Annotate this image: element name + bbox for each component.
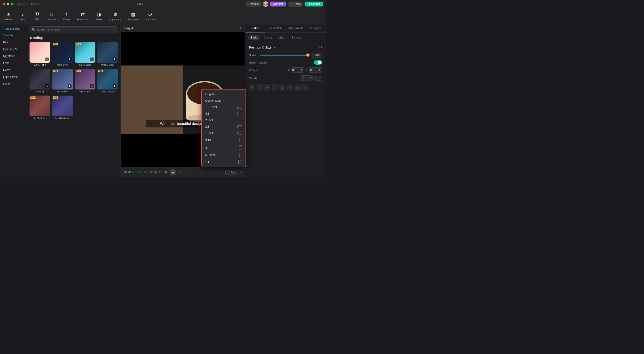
uniform-scale-toggle[interactable] bbox=[314, 60, 322, 65]
rotate-down-spinner[interactable]: ▼ bbox=[310, 78, 312, 80]
sidebar-item-glitch[interactable]: Glitch bbox=[0, 80, 26, 87]
toolbar-effects[interactable]: ✦ Effects bbox=[60, 10, 73, 22]
effect-item-5[interactable]: ⬇ Fade In bbox=[30, 69, 50, 94]
align-right-icon[interactable]: ⇥ bbox=[264, 84, 270, 91]
search-input[interactable] bbox=[30, 27, 118, 33]
effect-item-4[interactable]: ⬇ Horiz...l Open bbox=[97, 42, 118, 67]
wide3-icon bbox=[238, 132, 242, 135]
toolbar-filters[interactable]: ◑ Filters bbox=[92, 10, 106, 22]
scale-slider-fill bbox=[260, 55, 309, 56]
rotate-input[interactable]: 0° ▲ ▼ bbox=[300, 75, 314, 81]
player-menu-icon[interactable]: ≡ bbox=[240, 27, 242, 30]
effect-thumbnail-3: Pro ⬇ bbox=[75, 42, 96, 63]
tab-video[interactable]: Video bbox=[245, 24, 266, 33]
join-pro-button[interactable]: Join Pro bbox=[270, 2, 286, 7]
tab-adjustment[interactable]: Adjustment bbox=[286, 24, 306, 33]
toolbar-text[interactable]: TI Text bbox=[30, 11, 44, 22]
aspect-option-9-16[interactable]: 9:16 bbox=[202, 136, 246, 144]
sidebar-item-nightclub[interactable]: Nightclub bbox=[0, 53, 26, 60]
subtab-mask[interactable]: Mask bbox=[276, 35, 288, 40]
avatar[interactable]: A…0 bbox=[263, 1, 268, 7]
export-button[interactable]: ⬆ Export bbox=[305, 2, 323, 7]
effect-thumbnail-4: ⬇ bbox=[97, 42, 118, 63]
download-icon-5: ⬇ bbox=[45, 84, 49, 88]
window-title: 0508 bbox=[138, 2, 144, 6]
subtab-enhance[interactable]: Enhance bbox=[289, 35, 305, 40]
effect-item-9[interactable]: Pro Pro Flash Blur bbox=[30, 96, 50, 121]
aspect-option-1-85-1[interactable]: 1.85:1 bbox=[202, 130, 246, 136]
aspect-option-customized[interactable]: Customized bbox=[202, 97, 246, 104]
aspect-option-2-1[interactable]: 2:1 bbox=[202, 123, 246, 130]
aspect-ratio-button[interactable]: 16:9 ▼ bbox=[226, 170, 238, 175]
tab-animation[interactable]: Animation bbox=[266, 24, 286, 33]
sidebar-item-opening[interactable]: Opening & … bbox=[0, 46, 26, 53]
sidebar-item-pro[interactable]: Pro bbox=[0, 39, 26, 46]
toolbar-audio[interactable]: ♪ Audio bbox=[16, 10, 30, 22]
pro-badge-9: Pro bbox=[30, 97, 36, 99]
aspect-option-2-35-1[interactable]: 2.35:1 bbox=[202, 117, 246, 123]
toolbar-expand-icon[interactable]: › bbox=[158, 13, 162, 19]
scale-value[interactable]: 100% bbox=[311, 53, 322, 58]
aspect-option-4-3[interactable]: 4:3 bbox=[202, 110, 246, 117]
align-top-icon[interactable]: ⇑ bbox=[272, 84, 278, 91]
y-down-spinner[interactable]: ▼ bbox=[319, 70, 320, 72]
effect-item-8[interactable]: Pro ⬇ Colorf...eworks bbox=[97, 69, 118, 94]
search-icon: 🔍 bbox=[32, 28, 36, 32]
effect-item-6[interactable]: Pro ⬇ Flash Blur bbox=[52, 69, 73, 94]
pause-icon[interactable]: ⏸ bbox=[294, 84, 301, 91]
download-icon-1: ⬇ bbox=[45, 58, 49, 61]
toolbar-transitions[interactable]: ⇄ Transitions bbox=[74, 10, 91, 22]
aspect-option-original[interactable]: Original bbox=[202, 91, 246, 97]
toolbar-templates[interactable]: ▦ Templates bbox=[125, 10, 142, 22]
aspect-option-5-8[interactable]: 5.8-inch bbox=[202, 151, 246, 159]
download-icon-4: ⬇ bbox=[113, 58, 116, 61]
stickers-icon: ☺ bbox=[49, 12, 54, 17]
maximize-button[interactable] bbox=[11, 3, 14, 5]
effect-item-10[interactable]: Pro Pro Glitch Intro bbox=[52, 96, 73, 121]
play-button[interactable]: ▶ bbox=[170, 169, 176, 175]
share-button[interactable]: ↗ Share bbox=[288, 2, 303, 7]
fit-icon[interactable]: ⊙ bbox=[179, 171, 181, 174]
position-x-input[interactable]: 0 ▲ ▼ bbox=[291, 67, 304, 73]
toolbar-media[interactable]: ⊞ Media bbox=[2, 10, 15, 22]
align-bottom-icon[interactable]: ⇓ bbox=[287, 84, 293, 91]
search-wrapper: 🔍 bbox=[30, 27, 118, 33]
grid-view-icon[interactable]: ⊞ bbox=[164, 171, 167, 174]
align-justify-icon[interactable]: ≡ bbox=[302, 84, 308, 91]
aspect-option-16-9[interactable]: ✓ 16:9 bbox=[202, 104, 246, 110]
sidebar-item-lighteffect[interactable]: Light Effect bbox=[0, 73, 26, 80]
sidebar-item-trending[interactable]: Trending bbox=[0, 32, 26, 39]
effect-item-3[interactable]: Pro ⬇ Sci-Fi Scan bbox=[75, 42, 96, 67]
x-label: X bbox=[288, 69, 290, 72]
close-button[interactable] bbox=[3, 3, 5, 5]
toolbar-adjustment[interactable]: ⊕ Adjustment bbox=[107, 10, 124, 22]
sidebar-item-retro[interactable]: Retro bbox=[0, 67, 26, 73]
tab-ai-stylize[interactable]: AI stylize bbox=[306, 24, 326, 33]
toolbar-stickers[interactable]: ☺ Stickers bbox=[45, 10, 59, 22]
download-icon-3: ⬇ bbox=[90, 58, 94, 61]
aspect-option-3-4[interactable]: 3:4 bbox=[202, 144, 246, 151]
sidebar-item-lens[interactable]: Lens bbox=[0, 60, 26, 67]
flip-horizontal-button[interactable]: ↔ bbox=[315, 76, 322, 81]
reset-icon[interactable]: ↺ bbox=[319, 45, 322, 50]
shortcut-button[interactable]: Shortcut bbox=[246, 2, 261, 7]
fullscreen-icon[interactable]: ⤢ bbox=[240, 170, 242, 174]
scale-thumb[interactable] bbox=[306, 54, 310, 57]
align-center-h-icon[interactable]: ↔ bbox=[256, 84, 263, 91]
effect-item-7[interactable]: Pro ⬇ Glitch Intro bbox=[75, 69, 96, 94]
align-left-icon[interactable]: ⇤ bbox=[249, 84, 255, 91]
align-center-v-icon[interactable]: ↕ bbox=[279, 84, 286, 91]
scale-slider[interactable] bbox=[260, 55, 309, 56]
subtab-basic[interactable]: Basic bbox=[248, 35, 260, 40]
aspect-option-1-1[interactable]: 1:1 bbox=[202, 159, 246, 165]
effect-item-1[interactable]: ⬇ Super... Spot bbox=[30, 42, 50, 67]
download-icon-2: ⬇ bbox=[68, 58, 72, 61]
minimize-button[interactable] bbox=[7, 3, 10, 5]
position-y-input[interactable]: 0 ▲ ▼ bbox=[308, 67, 322, 73]
effect-thumbnail-2: Pro ⬇ bbox=[52, 42, 73, 63]
toolbar-ai[interactable]: ⊙ AI Chara bbox=[143, 10, 158, 22]
x-down-spinner[interactable]: ▼ bbox=[301, 70, 302, 72]
effect-item-2[interactable]: Pro ⬇ Night Snow bbox=[52, 42, 73, 67]
grid-icon[interactable]: ⊞ bbox=[242, 2, 244, 6]
subtab-cutout[interactable]: Cutout bbox=[261, 35, 274, 40]
